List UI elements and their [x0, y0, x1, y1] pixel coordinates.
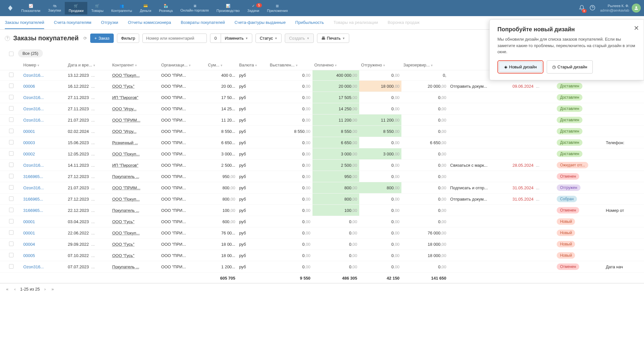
old-design-button[interactable]: ◷ Старый дизайн — [547, 60, 592, 74]
table-row[interactable]: 00006 16.12.2022 ... ООО "Гусь" ООО "ПРИ… — [0, 81, 644, 92]
order-number-link[interactable]: 00002 — [23, 152, 35, 156]
nav-Контрагенты[interactable]: 👥Контрагенты — [107, 2, 136, 15]
order-number-link[interactable]: 00001 — [23, 219, 35, 224]
table-row[interactable]: Ozon316... 21.07.2023 ... ООО "ПРИМ... О… — [0, 182, 644, 193]
row-checkbox[interactable] — [9, 185, 14, 190]
nav-Онлайн-торговля[interactable]: 🖥Онлайн-торговля — [177, 2, 213, 14]
select-all-checkbox[interactable] — [9, 52, 14, 56]
col-header[interactable]: Дата и вре...▼ — [66, 60, 111, 70]
row-checkbox[interactable] — [9, 151, 14, 156]
nav-Закупки[interactable]: 🛍Закупки — [44, 2, 65, 14]
filter-chip-all[interactable]: Все (25) — [18, 49, 43, 57]
user-menu[interactable]: Рылеев К. Ф. admin@sevkavlab — [600, 4, 641, 13]
order-number-link[interactable]: Ozon316... — [23, 95, 44, 100]
subnav-4[interactable]: Возвраты покупателей — [181, 16, 225, 29]
table-row[interactable]: 00004 29.09.2022 ... ООО "Гусь" ООО "ПРИ… — [0, 239, 644, 250]
row-checkbox[interactable] — [9, 73, 14, 77]
order-number-link[interactable]: Ozon316... — [23, 73, 44, 78]
table-row[interactable]: 3166965... 27.12.2023 ... Покупатель ...… — [0, 171, 644, 182]
order-number-link[interactable]: Ozon316... — [23, 185, 44, 190]
col-header[interactable]: Валюта▼ — [237, 60, 268, 70]
row-checkbox[interactable] — [9, 264, 14, 269]
print-button[interactable]: 🖶 Печать ▼ — [317, 34, 350, 43]
pager-first[interactable]: « — [5, 286, 10, 292]
order-number-link[interactable]: 00003 — [23, 140, 35, 145]
change-button[interactable]: Изменить ▼ — [221, 34, 253, 43]
order-number-link[interactable]: 00005 — [23, 253, 35, 258]
row-checkbox[interactable] — [9, 253, 14, 257]
pager-next[interactable]: › — [43, 286, 47, 292]
row-checkbox[interactable] — [9, 219, 14, 223]
row-checkbox[interactable] — [9, 140, 14, 144]
filter-button[interactable]: Фильтр — [117, 34, 139, 43]
subnav-8[interactable]: Воронка продаж — [388, 16, 419, 29]
subnav-3[interactable]: Отчеты комиссионера — [128, 16, 171, 29]
row-checkbox[interactable] — [9, 163, 14, 167]
table-row[interactable]: Ozon316... 27.11.2023 ... ИП "Пирогов" О… — [0, 92, 644, 103]
pager-last[interactable]: » — [50, 286, 55, 292]
table-row[interactable]: 3166965... 22.12.2023 ... Покупатель ...… — [0, 205, 644, 216]
subnav-0[interactable]: Заказы покупателей — [5, 16, 44, 29]
col-header[interactable]: Сум...▼ — [206, 60, 237, 70]
new-design-button[interactable]: ◈ Новый дизайн — [499, 62, 542, 72]
nav-Приложения[interactable]: ⊞Приложения — [263, 2, 292, 15]
logo[interactable] — [3, 3, 17, 13]
row-checkbox[interactable] — [9, 196, 14, 201]
counterparty-link[interactable]: ООО "Игру... — [112, 129, 137, 134]
order-number-link[interactable]: 00001 — [23, 129, 35, 134]
pager-prev[interactable]: ‹ — [13, 286, 17, 292]
col-header[interactable]: Выставлен...▼ — [268, 60, 312, 70]
order-number-link[interactable]: 00006 — [23, 84, 35, 89]
col-header[interactable]: Организаци...▼ — [159, 60, 206, 70]
counterparty-link[interactable]: ООО "Покуп... — [112, 197, 139, 202]
counterparty-link[interactable]: ООО "Покуп... — [112, 73, 139, 78]
order-number-link[interactable]: 3166965... — [23, 208, 43, 213]
order-number-link[interactable]: Ozon316... — [23, 106, 44, 111]
row-checkbox[interactable] — [9, 242, 14, 246]
table-row[interactable]: Ozon316... 14.11.2023 ... ИП "Пирогов" О… — [0, 160, 644, 171]
help-inline-icon[interactable]: ? — [5, 36, 10, 41]
table-row[interactable]: 00001 02.02.2024 ... ООО "Игру... ООО "П… — [0, 126, 644, 137]
nav-Продажи[interactable]: 🛒Продажи — [65, 2, 87, 15]
counterparty-link[interactable]: ООО "Гусь" — [112, 242, 134, 247]
row-checkbox[interactable] — [9, 174, 14, 178]
order-number-link[interactable]: Ozon316... — [23, 118, 44, 123]
table-row[interactable]: 00001 22.06.2022 ... ООО "Покуп... ООО "… — [0, 227, 644, 239]
order-number-link[interactable]: Ozon316... — [23, 264, 44, 269]
counterparty-link[interactable]: ООО "Игру... — [112, 106, 137, 111]
counterparty-link[interactable]: Покупатель ... — [112, 174, 139, 179]
table-row[interactable]: 00002 12.05.2023 ... ООО "Покуп... ООО "… — [0, 148, 644, 160]
col-header[interactable]: Отгружено▼ — [359, 60, 401, 70]
popup-close-icon[interactable]: ✕ — [634, 24, 639, 32]
col-header[interactable]: Оплачено▼ — [312, 60, 359, 70]
col-header[interactable]: Зарезервир...▼ — [401, 60, 448, 70]
counterparty-link[interactable]: ООО "ПРИМ... — [112, 118, 140, 123]
order-number-link[interactable]: 3166965... — [23, 197, 43, 202]
subnav-2[interactable]: Отгрузки — [101, 16, 118, 29]
table-row[interactable]: 00001 03.04.2023 ... ООО "Гусь" ООО "ПРИ… — [0, 216, 644, 227]
row-checkbox[interactable] — [9, 230, 14, 235]
counterparty-link[interactable]: ООО "Гусь" — [112, 253, 134, 258]
add-order-button[interactable]: +Заказ — [90, 34, 114, 43]
counterparty-link[interactable]: Покупатель ... — [112, 208, 139, 213]
table-row[interactable]: 00005 07.10.2022 ... ООО "Гусь" ООО "ПРИ… — [0, 250, 644, 261]
subnav-1[interactable]: Счета покупателям — [54, 16, 91, 29]
nav-Розница[interactable]: 🏪Розница — [155, 2, 177, 15]
row-checkbox[interactable] — [9, 117, 14, 122]
counterparty-link[interactable]: ИП "Пирогов" — [112, 95, 138, 100]
row-checkbox[interactable] — [9, 129, 14, 133]
row-checkbox[interactable] — [9, 106, 14, 111]
subnav-6[interactable]: Прибыльность — [295, 16, 324, 29]
help-icon[interactable] — [590, 5, 595, 12]
order-number-link[interactable]: 3166965... — [23, 174, 43, 179]
subnav-5[interactable]: Счета-фактуры выданные — [235, 16, 286, 29]
search-input[interactable] — [142, 34, 207, 43]
table-row[interactable]: 00003 15.06.2023 ... Розничный ... ООО "… — [0, 137, 644, 148]
row-checkbox[interactable] — [9, 208, 14, 212]
col-header[interactable]: Номер▼ — [21, 60, 66, 70]
counterparty-link[interactable]: Покупатель ... — [112, 264, 139, 269]
counterparty-link[interactable]: ООО "Гусь" — [112, 84, 134, 89]
nav-Производство[interactable]: 📊Производство — [213, 2, 244, 15]
table-row[interactable]: 3166965... 27.12.2023 ... ООО "Покуп... … — [0, 193, 644, 205]
counterparty-link[interactable]: ООО "Покуп... — [112, 152, 139, 156]
